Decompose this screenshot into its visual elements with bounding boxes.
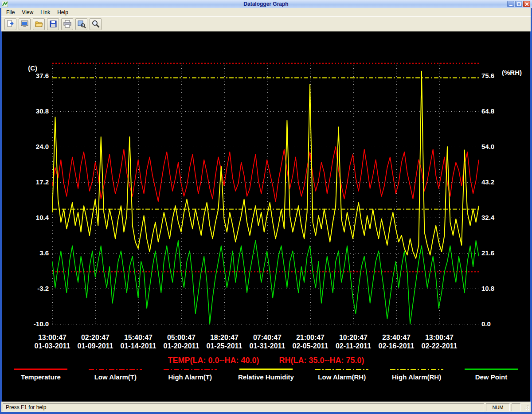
x-axis-tick: 18:20:4701-25-2011 bbox=[200, 333, 249, 350]
left-axis-tick: 37.6 bbox=[19, 71, 49, 80]
save-button[interactable] bbox=[47, 18, 59, 30]
print-icon bbox=[63, 20, 72, 28]
x-tick-time: 21:00:47 bbox=[286, 333, 335, 342]
left-axis-tick: -10.0 bbox=[19, 320, 49, 328]
open-file-button[interactable] bbox=[33, 18, 45, 30]
right-axis-tick: 32.4 bbox=[481, 213, 513, 222]
legend-item: Dew Point bbox=[465, 367, 518, 381]
window-title: Datalogger Graph bbox=[0, 0, 532, 8]
x-axis-tick: 02:20:4701-09-2011 bbox=[70, 333, 120, 350]
right-axis-tick: 75.6 bbox=[481, 71, 513, 80]
monitor-button[interactable] bbox=[19, 18, 31, 30]
legend-item: Temperature bbox=[14, 367, 67, 381]
status-message: Press F1 for help bbox=[3, 403, 484, 411]
x-tick-date: 01-09-2011 bbox=[70, 342, 120, 350]
window-controls bbox=[507, 1, 530, 7]
left-axis-tick: 30.8 bbox=[19, 107, 49, 116]
title-bar[interactable]: Datalogger Graph bbox=[0, 0, 532, 8]
legend-label: Low Alarm(T) bbox=[94, 373, 137, 381]
legend-label: Relative Humidity bbox=[238, 373, 294, 381]
legend-item: Low Alarm(T) bbox=[89, 367, 142, 381]
x-tick-date: 02-05-2011 bbox=[286, 342, 335, 350]
x-axis-tick: 15:40:4701-14-2011 bbox=[113, 333, 163, 350]
save-icon bbox=[49, 20, 58, 28]
x-tick-time: 18:20:47 bbox=[200, 333, 249, 342]
chart-area: (C) (%RH) TEMP(LA: 0.0--HA: 40.0) RH(LA:… bbox=[2, 31, 530, 402]
legend-item: Relative Humidity bbox=[238, 367, 294, 381]
left-axis-tick: 24.0 bbox=[19, 142, 49, 151]
left-axis-tick: 17.2 bbox=[19, 178, 49, 187]
left-axis-title: (C) bbox=[17, 64, 37, 72]
legend-item: High Alarm(T) bbox=[164, 367, 217, 381]
x-tick-date: 02-22-2011 bbox=[415, 342, 464, 350]
right-axis-tick: 64.8 bbox=[481, 107, 513, 116]
status-num-indicator: NUM bbox=[486, 403, 510, 411]
left-axis-tick: 10.4 bbox=[19, 213, 49, 222]
rh-alarm-text: RH(LA: 35.0--HA: 75.0) bbox=[279, 356, 364, 365]
right-axis-tick: 10.8 bbox=[481, 284, 513, 293]
menu-help[interactable]: Help bbox=[54, 8, 72, 16]
x-tick-date: 01-20-2011 bbox=[156, 342, 206, 350]
x-tick-date: 01-25-2011 bbox=[200, 342, 249, 350]
x-tick-date: 02-16-2011 bbox=[372, 342, 421, 350]
maximize-button[interactable] bbox=[515, 1, 522, 7]
legend-line-sample bbox=[465, 367, 518, 371]
left-axis-tick: 3.6 bbox=[19, 249, 49, 258]
status-panel-empty bbox=[512, 403, 520, 411]
resize-grip[interactable] bbox=[522, 403, 530, 411]
temp-alarm-text: TEMP(LA: 0.0--HA: 40.0) bbox=[168, 356, 259, 365]
x-axis-tick: 13:00:4701-03-2011 bbox=[27, 333, 77, 350]
monitor-icon bbox=[20, 20, 29, 28]
zoom-selection-button[interactable] bbox=[75, 18, 87, 30]
print-button[interactable] bbox=[61, 18, 73, 30]
export-data-icon bbox=[6, 20, 15, 28]
x-tick-date: 01-14-2011 bbox=[113, 342, 163, 350]
zoom-selection-icon bbox=[77, 20, 86, 28]
legend-line-sample bbox=[239, 367, 293, 371]
legend-item: High Alarm(RH) bbox=[390, 367, 443, 381]
legend-line-sample bbox=[14, 367, 67, 371]
status-bar: Press F1 for help NUM bbox=[1, 402, 531, 412]
x-tick-date: 02-11-2011 bbox=[329, 342, 378, 350]
x-axis-tick: 05:00:4701-20-2011 bbox=[156, 333, 206, 350]
right-axis-tick: 0.0 bbox=[481, 320, 513, 328]
legend-item: Low Alarm(RH) bbox=[315, 367, 368, 381]
x-tick-time: 13:00:47 bbox=[415, 333, 464, 342]
menu-bar: File View Link Help bbox=[1, 8, 531, 16]
x-tick-time: 13:00:47 bbox=[27, 333, 77, 342]
legend-line-sample bbox=[89, 367, 142, 371]
menu-file[interactable]: File bbox=[3, 8, 18, 16]
x-tick-time: 05:00:47 bbox=[156, 333, 206, 342]
x-tick-time: 10:20:47 bbox=[329, 333, 378, 342]
zoom-button[interactable] bbox=[90, 18, 102, 30]
alarm-summary: TEMP(LA: 0.0--HA: 40.0) RH(LA: 35.0--HA:… bbox=[2, 356, 530, 365]
graph-canvas[interactable] bbox=[52, 62, 479, 330]
x-axis-tick: 23:40:4702-16-2011 bbox=[372, 333, 421, 350]
legend-line-sample bbox=[315, 367, 368, 371]
menu-view[interactable]: View bbox=[18, 8, 37, 16]
menu-link[interactable]: Link bbox=[37, 8, 54, 16]
legend-label: High Alarm(RH) bbox=[392, 373, 441, 381]
app-window: Datalogger Graph File View Link Help bbox=[0, 0, 532, 414]
x-tick-time: 07:40:47 bbox=[243, 333, 292, 342]
legend-line-sample bbox=[164, 367, 217, 371]
x-tick-time: 23:40:47 bbox=[372, 333, 421, 342]
open-file-icon bbox=[35, 20, 43, 28]
zoom-icon bbox=[91, 20, 100, 28]
export-data-button[interactable] bbox=[4, 18, 16, 30]
left-axis-tick: -3.2 bbox=[19, 284, 49, 293]
x-tick-time: 15:40:47 bbox=[113, 333, 163, 342]
x-tick-date: 01-03-2011 bbox=[27, 342, 77, 350]
legend-label: Low Alarm(RH) bbox=[318, 373, 366, 381]
legend: TemperatureLow Alarm(T)High Alarm(T)Rela… bbox=[14, 367, 518, 381]
right-axis-tick: 21.6 bbox=[481, 249, 513, 258]
close-button[interactable] bbox=[523, 1, 530, 7]
x-axis-tick: 13:00:4702-22-2011 bbox=[415, 333, 464, 350]
minimize-button[interactable] bbox=[507, 1, 514, 7]
legend-line-sample bbox=[390, 367, 443, 371]
legend-label: High Alarm(T) bbox=[168, 373, 212, 381]
right-axis-tick: 54.0 bbox=[481, 142, 513, 151]
x-axis-tick: 21:00:4702-05-2011 bbox=[286, 333, 335, 350]
x-tick-date: 01-31-2011 bbox=[243, 342, 292, 350]
legend-label: Temperature bbox=[21, 373, 61, 381]
